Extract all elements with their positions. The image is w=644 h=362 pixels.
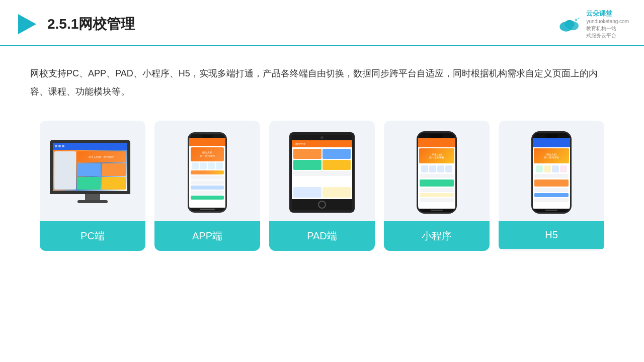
tablet-pad-icon: 课堂管理 (289, 132, 355, 213)
pc-monitor-icon: 招生人的第一堂判课程 (50, 140, 135, 205)
card-pc: 招生人的第一堂判课程 (40, 121, 145, 251)
svg-marker-0 (18, 14, 36, 34)
phone-app-icon: 招生人的第一堂判课程 (188, 132, 227, 213)
svg-point-5 (578, 18, 580, 19)
play-icon (15, 12, 39, 36)
card-h5: 招生人的第一堂判课程 H5 (499, 121, 604, 251)
card-mini: 招生人的第一堂判课程 小程序 (384, 121, 490, 251)
card-app-label: APP端 (154, 221, 260, 251)
h5-image-area: 招生人的第一堂判课程 (499, 121, 604, 221)
svg-point-3 (565, 20, 575, 28)
description-text: 网校支持PC、APP、PAD、小程序、H5，实现多端打通，产品各终端自由切换，数… (0, 46, 644, 111)
card-pad: 课堂管理 PAD端 (269, 121, 375, 251)
card-app: 招生人的第一堂判课程 (154, 121, 260, 251)
mini-image-area: 招生人的第一堂判课程 (384, 121, 490, 221)
cloud-logo-icon (557, 15, 582, 33)
pc-image-area: 招生人的第一堂判课程 (40, 121, 145, 221)
header: 2.5.1网校管理 云朵课堂 yunduoketang.com 教育机构一站 式… (0, 0, 644, 46)
cards-container: 招生人的第一堂判课程 (0, 111, 644, 261)
card-pc-label: PC端 (40, 221, 145, 251)
card-h5-label: H5 (499, 221, 604, 249)
pad-image-area: 课堂管理 (269, 121, 375, 221)
logo-area: 云朵课堂 yunduoketang.com 教育机构一站 式服务云平台 (557, 9, 629, 39)
app-image-area: 招生人的第一堂判课程 (154, 121, 260, 221)
card-mini-label: 小程序 (384, 221, 490, 251)
phone-h5-icon: 招生人的第一堂判课程 (531, 131, 572, 214)
card-pad-label: PAD端 (269, 221, 375, 251)
header-left: 2.5.1网校管理 (15, 12, 135, 36)
page-title: 2.5.1网校管理 (47, 15, 135, 34)
phone-mini-icon: 招生人的第一堂判课程 (417, 131, 457, 214)
logo-text: 云朵课堂 yunduoketang.com 教育机构一站 式服务云平台 (586, 9, 629, 39)
svg-point-4 (575, 19, 578, 21)
